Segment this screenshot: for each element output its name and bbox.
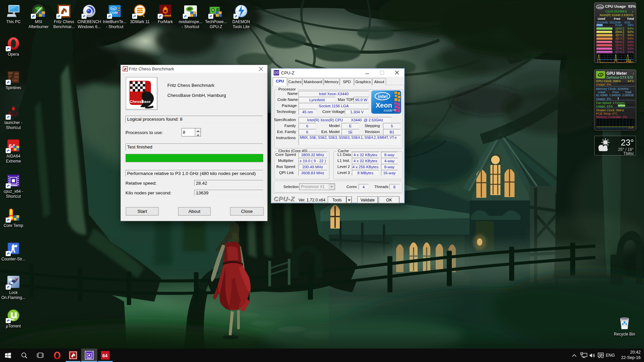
svg-text:ChessBase: ChessBase <box>130 100 151 104</box>
svg-text:inside™: inside™ <box>384 109 396 112</box>
svg-text:intel: intel <box>378 94 388 99</box>
svg-text:intel: intel <box>111 7 115 10</box>
svg-text:Xeon: Xeon <box>376 102 392 109</box>
svg-text:64: 64 <box>102 353 108 358</box>
svg-text:2: 2 <box>14 277 17 282</box>
svg-text:intel: intel <box>598 6 603 9</box>
